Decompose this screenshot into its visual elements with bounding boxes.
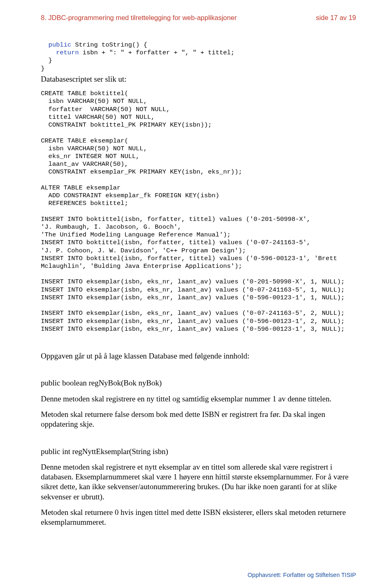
java-code-block: public String toString() { return isbn +…	[41, 41, 356, 73]
method-desc-1a: Denne metoden skal registrere en ny titt…	[41, 394, 356, 404]
task-intro: Oppgaven går ut på å lage klassen Databa…	[41, 351, 356, 361]
code-line: return isbn + ": " + forfatter + ", " + …	[41, 49, 234, 56]
method-signature-1: public boolean regNyBok(Bok nyBok)	[41, 378, 356, 388]
code-line: public String toString() {	[41, 41, 147, 49]
page-header: 8. JDBC-programmering med tilretteleggin…	[41, 14, 356, 22]
sql-code-block: CREATE TABLE boktittel( isbn VARCHAR(50)…	[41, 90, 356, 333]
header-page-number: side 17 av 19	[316, 14, 356, 22]
method-desc-1b: Metoden skal returnere false dersom bok …	[41, 410, 356, 430]
method-signature-2: public int regNyttEksemplar(String isbn)	[41, 447, 356, 457]
code-line: }	[41, 57, 52, 64]
method-desc-2a: Denne metoden skal registrere et nytt ek…	[41, 462, 356, 502]
intro-line: Databasescriptet ser slik ut:	[41, 74, 356, 84]
header-title: 8. JDBC-programmering med tilretteleggin…	[41, 14, 237, 22]
method-desc-2b: Metoden skal returnere 0 hvis ingen titt…	[41, 508, 356, 528]
page: 8. JDBC-programmering med tilretteleggin…	[0, 0, 392, 588]
code-line: }	[41, 65, 45, 72]
footer-copyright: Opphavsrett: Forfatter og Stiftelsen TIS…	[247, 572, 356, 578]
